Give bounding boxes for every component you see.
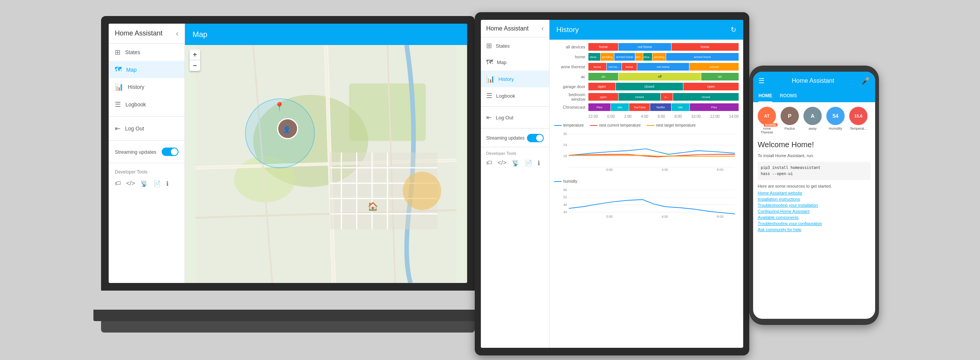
sidebar-divider (109, 116, 185, 117)
sidebar-close-icon[interactable]: ‹ (176, 29, 178, 38)
hbar: pen... (635, 53, 643, 61)
svg-text:8:00: 8:00 (717, 215, 723, 219)
avatar-anne-circle: AT SCHOOL (758, 107, 776, 125)
hbar: disar... (588, 53, 600, 61)
code-line-1: pip3 install homeassistant (761, 165, 868, 171)
time-label: 14:00 (729, 114, 739, 119)
tablet-mqtt-icon[interactable]: 📡 (512, 159, 519, 167)
tablet-screen: Home Assistant ‹ ⊞ States 🗺 Map 📊 Histor… (481, 20, 743, 348)
nav-logout-label: Log Out (125, 125, 144, 132)
map-area[interactable]: 📍 👤 🏠 + − (185, 45, 467, 283)
link-ha-website[interactable]: Home Assistant website (758, 191, 871, 195)
tablet-info-icon[interactable]: ℹ (538, 159, 540, 167)
tablet-template-icon[interactable]: 🏷 (486, 159, 492, 167)
sidebar-item-states[interactable]: ⊞ States (109, 43, 185, 61)
tablet-nav-states[interactable]: ⊞ States (481, 37, 549, 54)
sidebar-item-logbook[interactable]: ☰ Logbook (109, 96, 185, 113)
legend-label-nest-target: nest target temperature (656, 123, 696, 127)
row-label-anne: anne therese (554, 64, 588, 69)
avatar-away-name: away (808, 127, 816, 130)
laptop-sidebar: Home Assistant ‹ ⊞ States 🗺 Map 📊 Histor… (109, 24, 185, 283)
tablet-nav-logbook[interactable]: ☰ Logbook (481, 87, 549, 104)
tablet-streaming-row: Streaming updates (481, 131, 549, 145)
phone-menu-icon[interactable]: ☰ (758, 77, 765, 85)
link-community[interactable]: Ask community for help (758, 227, 871, 232)
hbar: on (701, 73, 739, 80)
tablet-main: History ↻ all devices home not home home (549, 20, 743, 348)
code-icon[interactable]: </> (126, 180, 135, 187)
link-troubleshooting[interactable]: Troubleshooting your installation (758, 203, 871, 207)
chart-legend-humidity: humidity (554, 179, 739, 183)
temperature-chart: temperature nest current temperature nes… (549, 120, 743, 176)
tablet-streaming-toggle[interactable] (527, 134, 544, 142)
chart-legend-temp: temperature nest current temperature nes… (554, 123, 739, 127)
row-label-chromecast: Chromecast (554, 105, 588, 109)
info-icon[interactable]: ℹ (166, 180, 169, 187)
tablet-code-icon[interactable]: </> (498, 159, 506, 167)
sidebar-divider-3 (109, 163, 185, 163)
laptop-base (93, 310, 482, 321)
link-configuring[interactable]: Configuring Home Assistant (758, 209, 871, 214)
svg-text:0:00: 0:00 (606, 215, 613, 219)
tablet-history-label: History (498, 76, 514, 82)
link-installation[interactable]: Installation instructions (758, 197, 871, 201)
zoom-out-button[interactable]: − (190, 60, 200, 71)
mqtt-icon[interactable]: 📡 (140, 180, 148, 187)
tablet-topbar: History ↻ (549, 20, 743, 40)
hbar: YouTube (629, 103, 650, 111)
tablet-logbook-label: Logbook (496, 93, 515, 99)
phone-mic-icon[interactable]: 🎤 (861, 77, 870, 85)
streaming-label: Streaming updates (115, 149, 156, 155)
hbar: idle (611, 103, 629, 111)
tablet-device: Home Assistant ‹ ⊞ States 🗺 Map 📊 Histor… (475, 12, 749, 355)
tablet-nav-logout[interactable]: ⇤ Log Out (481, 109, 549, 126)
tablet-history-title: History (556, 26, 579, 34)
grid-icon: ⊞ (115, 48, 120, 56)
hbar: open (588, 83, 615, 90)
tablet-nav-history[interactable]: 📊 History (481, 71, 549, 87)
sidebar-item-logout[interactable]: ⇤ Log Out (109, 120, 185, 137)
hbar: off (619, 73, 701, 80)
service-icon[interactable]: 📄 (153, 180, 161, 187)
history-row-ac: ac on off on (554, 72, 739, 81)
avatar-away: A away (803, 107, 822, 130)
map-title: Map (193, 30, 207, 39)
phone-tab-home[interactable]: HOME (758, 90, 772, 102)
sidebar-item-history[interactable]: 📊 History (109, 78, 185, 96)
laptop-bezel: Home Assistant ‹ ⊞ States 🗺 Map 📊 Histor… (101, 16, 475, 291)
hbar: closed (619, 93, 660, 101)
history-row-bedroom: bedroom window open closed o... closed (554, 92, 739, 101)
map-zoom-controls[interactable]: + − (190, 50, 200, 71)
avatar-away-initials: A (811, 113, 815, 119)
phone-tab-rooms[interactable]: ROOMS (780, 90, 797, 102)
link-troubleshoot-config[interactable]: Troubleshooting your configuration (758, 221, 871, 226)
code-line-2: hass --open-ui (761, 171, 868, 177)
tablet-dev-tools-icons: 🏷 </> 📡 📄 ℹ (481, 158, 549, 168)
svg-text:30: 30 (563, 132, 567, 136)
phone-app-title: Home Assistant (792, 77, 834, 84)
hbar: pending (601, 53, 614, 61)
svg-text:44: 44 (563, 210, 567, 214)
map-content: 📍 👤 🏠 + − (185, 45, 467, 283)
avatar-paulus-name: Paulus (784, 127, 795, 130)
nav-logbook-label: Logbook (125, 101, 146, 108)
link-components[interactable]: Available components (758, 215, 871, 220)
sidebar-divider-2 (109, 140, 185, 141)
tablet-refresh-icon[interactable]: ↻ (731, 26, 736, 34)
phone-device: ☰ Home Assistant 🎤 HOME ROOMS AT SCHOOL … (749, 66, 879, 325)
sensor-humidity: 54 Humidity (826, 107, 845, 130)
streaming-toggle[interactable] (162, 148, 178, 156)
zoom-in-button[interactable]: + (190, 50, 200, 60)
hbar: home (588, 63, 606, 71)
time-label: 0:00 (607, 114, 615, 119)
hbar: home (622, 63, 637, 71)
tablet-nav-map[interactable]: 🗺 Map (481, 54, 549, 71)
history-row-home: home disar... pending armed home pen... … (554, 53, 739, 61)
template-icon[interactable]: 🏷 (115, 180, 121, 187)
row-label-bedroom: bedroom window (554, 92, 588, 101)
legend-color-nest-target (647, 125, 654, 126)
tablet-service-icon[interactable]: 📄 (525, 159, 532, 167)
sidebar-item-map[interactable]: 🗺 Map (109, 61, 185, 78)
tablet-close-icon[interactable]: ‹ (541, 24, 544, 32)
history-row-chromecast: Chromecast Plex idle YouTube Netflix idl… (554, 103, 739, 111)
